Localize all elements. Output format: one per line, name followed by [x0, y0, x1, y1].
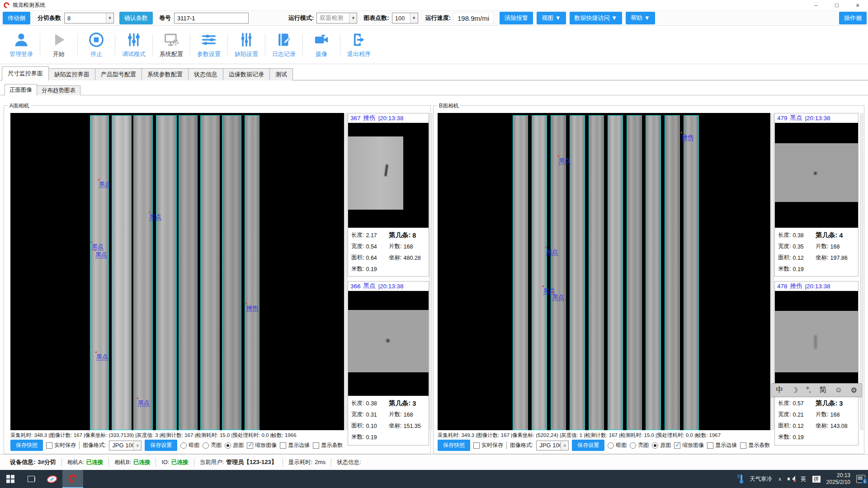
image-format-select[interactable]: JPG 100∨: [109, 441, 142, 450]
checkbox-显示条数[interactable]: 显示条数: [313, 441, 343, 449]
toolbar-defect-settings-button[interactable]: 缺陷设置: [228, 26, 265, 64]
ime-indicator[interactable]: 拼: [812, 476, 821, 483]
camera-b-splitter[interactable]: [771, 113, 774, 430]
radio-暗图[interactable]: 暗图: [608, 441, 627, 449]
defect-thumbnail[interactable]: [775, 123, 858, 228]
toolbar-exit-button[interactable]: 退出程序: [340, 26, 377, 64]
defect-thumbnail[interactable]: [348, 123, 429, 228]
ime-simplified-icon[interactable]: 简: [819, 385, 826, 395]
ime-chinese-mode[interactable]: 中: [776, 385, 783, 395]
thermometer-icon: [739, 474, 744, 483]
weather-text[interactable]: 天气寒冷: [750, 475, 772, 483]
stat-value: 197.86: [830, 255, 847, 261]
defect-thumbnail[interactable]: [775, 291, 858, 396]
realtime-save-checkbox[interactable]: 实时保存: [473, 441, 503, 449]
debug-label: 调试模式: [122, 50, 146, 58]
radio-原图[interactable]: 原图: [652, 441, 671, 449]
radio-亮图[interactable]: 亮图: [630, 441, 649, 449]
checkbox-缩放图像[interactable]: 缩放图像: [247, 441, 277, 449]
camera-a-splitter[interactable]: [344, 113, 347, 430]
drive-side-button[interactable]: 传动侧: [3, 12, 30, 24]
tab-defect-monitor[interactable]: 缺陷监控界面: [48, 68, 95, 80]
toolbar-stop-button[interactable]: 停止: [78, 26, 115, 64]
toolbar-login-button[interactable]: 管理登录: [3, 26, 40, 64]
speaker-muted-icon[interactable]: ✕: [788, 476, 795, 482]
tab-system-params[interactable]: 系统参数配置: [142, 68, 189, 80]
run-mode-select[interactable]: 双面检测 ▼: [316, 13, 357, 23]
ime-emoji-icon[interactable]: ☺: [835, 386, 842, 394]
chart-points-select[interactable]: 100 ▼: [392, 13, 418, 23]
tab-edge-data[interactable]: 边缘数据记录: [223, 68, 270, 80]
toolbar-start-button[interactable]: 开始: [40, 26, 77, 64]
confirm-count-button[interactable]: 确认条数: [119, 12, 153, 24]
radio-暗图[interactable]: 暗图: [180, 441, 199, 449]
toolbar-system-config-button[interactable]: 系统配置: [153, 26, 190, 64]
image-format-select[interactable]: JPG 100∨: [536, 441, 569, 450]
checkbox-显示边缘[interactable]: 显示边缘: [280, 441, 310, 449]
stat-label: 第几条:: [816, 399, 837, 408]
realtime-save-label: 实时保存: [54, 441, 76, 449]
task-view-button[interactable]: [21, 470, 42, 488]
toolbar-log-button[interactable]: 日志记录: [265, 26, 302, 64]
minimize-button[interactable]: ─: [806, 0, 826, 11]
tab-product-config[interactable]: 产品型号配置: [95, 68, 142, 80]
roll-number-input[interactable]: [174, 13, 249, 23]
stat-row: 第几条:3: [389, 398, 421, 409]
camera-a-right-splitter[interactable]: [429, 113, 432, 430]
realtime-save-checkbox[interactable]: 实时保存: [46, 441, 76, 449]
start-button[interactable]: [0, 470, 21, 488]
data-quick-access-menu-button[interactable]: 数据快捷访问 ▼: [570, 12, 622, 24]
snipping-tool-button[interactable]: ✂: [42, 470, 62, 488]
stat-value: 3: [839, 400, 843, 407]
stat-value: 0.31: [366, 412, 377, 418]
stat-value: 143.08: [830, 423, 847, 429]
radio-原图[interactable]: 原图: [225, 441, 244, 449]
toolbar-debug-button[interactable]: 调试模式: [115, 26, 152, 64]
radio-亮图[interactable]: 亮图: [203, 441, 222, 449]
radio-label: 原图: [660, 441, 671, 449]
ime-punctuation-icon[interactable]: °,: [806, 386, 811, 394]
save-snapshot-button[interactable]: 保存快照: [10, 440, 43, 451]
hidden-icons-chevron[interactable]: ∧: [778, 476, 782, 482]
operator-side-button[interactable]: 操作侧: [839, 12, 867, 24]
view-menu-button[interactable]: 视图 ▼: [537, 12, 566, 24]
tab-test[interactable]: 测试: [269, 68, 293, 80]
ime-fullwidth-moon-icon[interactable]: ☽: [792, 386, 798, 394]
help-menu-button[interactable]: 帮助 ▼: [626, 12, 655, 24]
taskbar-clock[interactable]: 20:13 2025/2/10: [826, 472, 850, 486]
stat-row: 长度:0.38: [778, 230, 804, 241]
notification-center-button[interactable]: 6: [856, 475, 865, 483]
defect-thumbnail[interactable]: [348, 291, 429, 396]
defect-label-黑点: 黑点: [95, 251, 107, 258]
material-strip-9: [665, 115, 680, 430]
ime-language-bar: 中☽°,简☺⚙: [771, 383, 862, 397]
save-snapshot-button[interactable]: 保存快照: [438, 440, 470, 451]
toolbar-camera-button[interactable]: 摄像: [303, 26, 340, 64]
camera-b-right-splitter[interactable]: [860, 113, 863, 430]
vision-app-taskbar-button[interactable]: [62, 470, 83, 488]
checkbox-缩放图像[interactable]: 缩放图像: [674, 441, 704, 449]
camera-a-image[interactable]: 黑点黑点黑点黑点挫伤黑点黑点: [10, 113, 344, 430]
checkbox-显示边缘[interactable]: 显示边缘: [707, 441, 737, 449]
close-button[interactable]: ✕: [847, 0, 868, 11]
subtab-front-image[interactable]: 正面图像: [5, 84, 37, 95]
subtab-trend-chart[interactable]: 分布趋势图表: [37, 85, 80, 95]
status-label: 相机B:: [114, 459, 131, 466]
toolbar-param-settings-button[interactable]: 参数设置: [190, 26, 227, 64]
stat-value: 0.57: [793, 400, 803, 407]
camera-b-image[interactable]: 挫伤黑点黑点黑点黑点: [438, 113, 770, 430]
run-speed-label: 运行速度:: [425, 14, 451, 22]
split-count-select[interactable]: 8 ▼: [64, 13, 114, 23]
clear-alarm-button[interactable]: 清除报警: [500, 12, 533, 24]
maximize-button[interactable]: ☐: [826, 0, 847, 11]
tab-size-monitor[interactable]: 尺寸监控界面: [2, 66, 49, 80]
exit-label: 退出程序: [347, 50, 371, 58]
checkbox-显示条数[interactable]: 显示条数: [740, 441, 770, 449]
defect-mark: [815, 335, 816, 349]
ime-settings-gear-icon[interactable]: ⚙: [850, 386, 857, 394]
save-settings-button[interactable]: 保存设置: [572, 440, 604, 451]
language-indicator[interactable]: 英: [801, 475, 807, 483]
save-settings-button[interactable]: 保存设置: [145, 440, 177, 451]
tab-status-info[interactable]: 状态信息: [188, 68, 223, 80]
stat-label: 长度:: [351, 399, 364, 407]
